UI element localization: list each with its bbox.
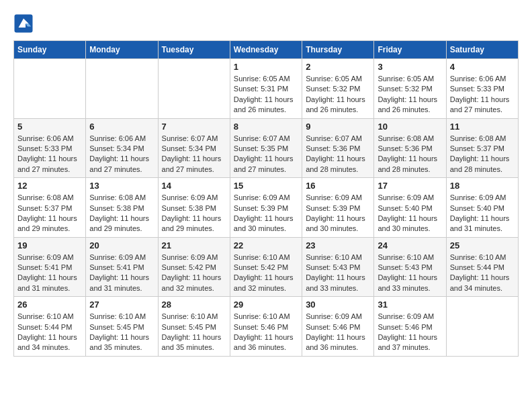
- page-header: [13, 13, 519, 34]
- calendar-cell: [158, 59, 230, 119]
- day-number: 13: [89, 181, 154, 191]
- day-number: 10: [378, 122, 442, 132]
- day-info: Sunrise: 6:09 AM Sunset: 5:40 PM Dayligh…: [378, 193, 442, 234]
- day-number: 14: [162, 181, 226, 191]
- calendar-cell: 21Sunrise: 6:09 AM Sunset: 5:42 PM Dayli…: [158, 237, 230, 297]
- calendar-cell: 31Sunrise: 6:09 AM Sunset: 5:46 PM Dayli…: [374, 297, 446, 357]
- calendar-cell: 10Sunrise: 6:08 AM Sunset: 5:36 PM Dayli…: [374, 118, 446, 178]
- calendar-cell: 11Sunrise: 6:08 AM Sunset: 5:37 PM Dayli…: [446, 118, 518, 178]
- day-number: 1: [234, 62, 298, 72]
- calendar-cell: 25Sunrise: 6:10 AM Sunset: 5:44 PM Dayli…: [446, 237, 518, 297]
- calendar-cell: 27Sunrise: 6:10 AM Sunset: 5:45 PM Dayli…: [86, 297, 158, 357]
- day-info: Sunrise: 6:08 AM Sunset: 5:37 PM Dayligh…: [17, 193, 82, 234]
- day-info: Sunrise: 6:05 AM Sunset: 5:31 PM Dayligh…: [234, 74, 298, 116]
- weekday-header-row: SundayMondayTuesdayWednesdayThursdayFrid…: [14, 41, 519, 59]
- day-info: Sunrise: 6:09 AM Sunset: 5:38 PM Dayligh…: [162, 193, 226, 234]
- calendar-cell: 19Sunrise: 6:09 AM Sunset: 5:41 PM Dayli…: [14, 237, 86, 297]
- day-number: 26: [17, 300, 82, 310]
- calendar-cell: 26Sunrise: 6:10 AM Sunset: 5:44 PM Dayli…: [14, 297, 86, 357]
- day-number: 22: [234, 240, 298, 250]
- calendar-cell: 23Sunrise: 6:10 AM Sunset: 5:43 PM Dayli…: [302, 237, 374, 297]
- weekday-header: Thursday: [302, 41, 374, 59]
- day-info: Sunrise: 6:07 AM Sunset: 5:34 PM Dayligh…: [162, 134, 226, 175]
- day-info: Sunrise: 6:09 AM Sunset: 5:39 PM Dayligh…: [306, 193, 370, 234]
- calendar-cell: 4Sunrise: 6:06 AM Sunset: 5:33 PM Daylig…: [446, 59, 518, 119]
- calendar-cell: 2Sunrise: 6:05 AM Sunset: 5:32 PM Daylig…: [302, 59, 374, 119]
- calendar-cell: 22Sunrise: 6:10 AM Sunset: 5:42 PM Dayli…: [230, 237, 302, 297]
- day-number: 16: [306, 181, 370, 191]
- calendar-cell: 15Sunrise: 6:09 AM Sunset: 5:39 PM Dayli…: [230, 178, 302, 238]
- day-number: 18: [450, 181, 515, 191]
- day-info: Sunrise: 6:07 AM Sunset: 5:35 PM Dayligh…: [234, 134, 298, 175]
- day-info: Sunrise: 6:08 AM Sunset: 5:36 PM Dayligh…: [378, 134, 442, 175]
- day-number: 17: [378, 181, 442, 191]
- logo: [13, 13, 36, 34]
- calendar-cell: 24Sunrise: 6:10 AM Sunset: 5:43 PM Dayli…: [374, 237, 446, 297]
- calendar-cell: 20Sunrise: 6:09 AM Sunset: 5:41 PM Dayli…: [86, 237, 158, 297]
- calendar-cell: 1Sunrise: 6:05 AM Sunset: 5:31 PM Daylig…: [230, 59, 302, 119]
- day-info: Sunrise: 6:06 AM Sunset: 5:33 PM Dayligh…: [17, 134, 82, 175]
- day-info: Sunrise: 6:10 AM Sunset: 5:44 PM Dayligh…: [450, 253, 515, 294]
- calendar-cell: 28Sunrise: 6:10 AM Sunset: 5:45 PM Dayli…: [158, 297, 230, 357]
- day-number: 2: [306, 62, 370, 72]
- calendar-cell: [446, 297, 518, 357]
- day-info: Sunrise: 6:09 AM Sunset: 5:42 PM Dayligh…: [162, 253, 226, 294]
- calendar-cell: 13Sunrise: 6:08 AM Sunset: 5:38 PM Dayli…: [86, 178, 158, 238]
- day-number: 31: [378, 300, 442, 310]
- day-number: 21: [162, 240, 226, 250]
- day-number: 23: [306, 240, 370, 250]
- day-number: 8: [234, 122, 298, 132]
- day-number: 30: [306, 300, 370, 310]
- calendar-cell: 17Sunrise: 6:09 AM Sunset: 5:40 PM Dayli…: [374, 178, 446, 238]
- calendar-cell: [86, 59, 158, 119]
- weekday-header: Saturday: [446, 41, 518, 59]
- day-info: Sunrise: 6:10 AM Sunset: 5:42 PM Dayligh…: [234, 253, 298, 294]
- calendar-cell: 29Sunrise: 6:10 AM Sunset: 5:46 PM Dayli…: [230, 297, 302, 357]
- day-info: Sunrise: 6:06 AM Sunset: 5:34 PM Dayligh…: [89, 134, 154, 175]
- calendar-table: SundayMondayTuesdayWednesdayThursdayFrid…: [13, 40, 519, 357]
- calendar-cell: 12Sunrise: 6:08 AM Sunset: 5:37 PM Dayli…: [14, 178, 86, 238]
- day-info: Sunrise: 6:09 AM Sunset: 5:39 PM Dayligh…: [234, 193, 298, 234]
- day-number: 6: [89, 122, 154, 132]
- calendar-cell: [14, 59, 86, 119]
- day-number: 29: [234, 300, 298, 310]
- calendar-cell: 30Sunrise: 6:09 AM Sunset: 5:46 PM Dayli…: [302, 297, 374, 357]
- day-info: Sunrise: 6:10 AM Sunset: 5:44 PM Dayligh…: [17, 312, 82, 353]
- day-info: Sunrise: 6:10 AM Sunset: 5:43 PM Dayligh…: [306, 253, 370, 294]
- calendar-cell: 9Sunrise: 6:07 AM Sunset: 5:36 PM Daylig…: [302, 118, 374, 178]
- day-info: Sunrise: 6:10 AM Sunset: 5:46 PM Dayligh…: [234, 312, 298, 353]
- day-number: 9: [306, 122, 370, 132]
- weekday-header: Sunday: [14, 41, 86, 59]
- calendar-week-row: 1Sunrise: 6:05 AM Sunset: 5:31 PM Daylig…: [14, 59, 519, 119]
- calendar-week-row: 5Sunrise: 6:06 AM Sunset: 5:33 PM Daylig…: [14, 118, 519, 178]
- day-info: Sunrise: 6:10 AM Sunset: 5:45 PM Dayligh…: [162, 312, 226, 353]
- calendar-week-row: 26Sunrise: 6:10 AM Sunset: 5:44 PM Dayli…: [14, 297, 519, 357]
- calendar-week-row: 12Sunrise: 6:08 AM Sunset: 5:37 PM Dayli…: [14, 178, 519, 238]
- day-info: Sunrise: 6:10 AM Sunset: 5:43 PM Dayligh…: [378, 253, 442, 294]
- day-info: Sunrise: 6:05 AM Sunset: 5:32 PM Dayligh…: [306, 74, 370, 116]
- calendar-cell: 8Sunrise: 6:07 AM Sunset: 5:35 PM Daylig…: [230, 118, 302, 178]
- day-number: 24: [378, 240, 442, 250]
- weekday-header: Friday: [374, 41, 446, 59]
- calendar-cell: 3Sunrise: 6:05 AM Sunset: 5:32 PM Daylig…: [374, 59, 446, 119]
- day-number: 19: [17, 240, 82, 250]
- day-number: 27: [89, 300, 154, 310]
- calendar-cell: 6Sunrise: 6:06 AM Sunset: 5:34 PM Daylig…: [86, 118, 158, 178]
- day-number: 7: [162, 122, 226, 132]
- day-number: 25: [450, 240, 515, 250]
- day-number: 3: [378, 62, 442, 72]
- day-info: Sunrise: 6:06 AM Sunset: 5:33 PM Dayligh…: [450, 74, 515, 116]
- weekday-header: Wednesday: [230, 41, 302, 59]
- calendar-cell: 14Sunrise: 6:09 AM Sunset: 5:38 PM Dayli…: [158, 178, 230, 238]
- day-info: Sunrise: 6:07 AM Sunset: 5:36 PM Dayligh…: [306, 134, 370, 175]
- logo-icon: [13, 13, 34, 34]
- calendar-cell: 16Sunrise: 6:09 AM Sunset: 5:39 PM Dayli…: [302, 178, 374, 238]
- day-info: Sunrise: 6:09 AM Sunset: 5:40 PM Dayligh…: [450, 193, 515, 234]
- day-info: Sunrise: 6:08 AM Sunset: 5:37 PM Dayligh…: [450, 134, 515, 175]
- day-number: 5: [17, 122, 82, 132]
- day-number: 20: [89, 240, 154, 250]
- calendar-week-row: 19Sunrise: 6:09 AM Sunset: 5:41 PM Dayli…: [14, 237, 519, 297]
- calendar-cell: 5Sunrise: 6:06 AM Sunset: 5:33 PM Daylig…: [14, 118, 86, 178]
- weekday-header: Tuesday: [158, 41, 230, 59]
- day-info: Sunrise: 6:05 AM Sunset: 5:32 PM Dayligh…: [378, 74, 442, 116]
